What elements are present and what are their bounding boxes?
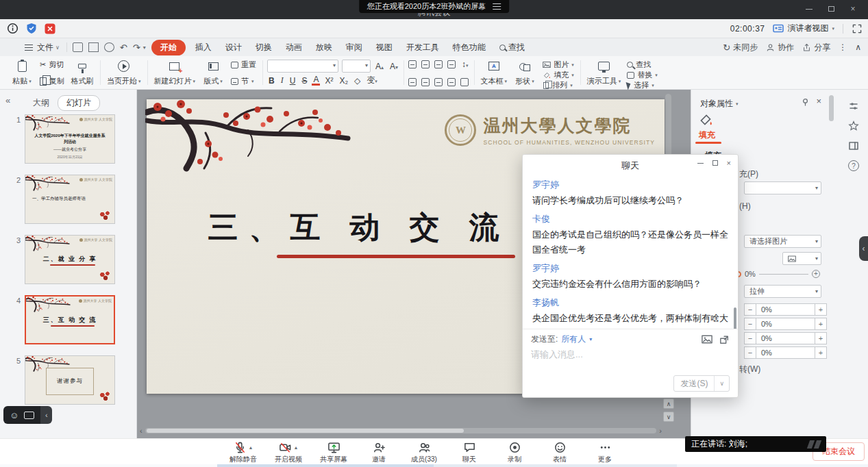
close-panel-icon[interactable]: × [816, 96, 821, 106]
tab-review[interactable]: 审阅 [339, 40, 369, 55]
scroll-right-icon[interactable]: › [659, 427, 662, 434]
fill-tab[interactable]: 填充 [699, 129, 715, 141]
shapes-button[interactable]: 形状▾ [511, 58, 538, 88]
chat-input[interactable] [531, 349, 730, 359]
plus-icon[interactable]: + [812, 270, 820, 278]
collaborate-button[interactable]: 协作 [766, 42, 794, 53]
presentation-tools-button[interactable]: 演示工具▾ [585, 58, 623, 88]
subscript-button[interactable]: X₂ [338, 76, 349, 86]
offset-spinner-3[interactable]: − 0% + [744, 332, 827, 344]
text-effect-button[interactable]: 变▾ [365, 75, 379, 86]
copy-button[interactable]: 复制 [38, 76, 66, 86]
unmute-button[interactable]: ▲ 解除静音 [225, 440, 262, 464]
offset-spinner-2[interactable]: − 0% + [744, 318, 827, 330]
tab-devtools[interactable]: 开发工具 [399, 40, 446, 55]
chat-maximize-icon[interactable] [712, 160, 718, 166]
hscroll-thumb[interactable] [147, 429, 464, 433]
slide-thumb-1[interactable]: 1 温州大学 人文学院 人文学院2020年下半年毕业就业服务系列活动 ——就业考… [11, 114, 136, 164]
slide-thumb-4-selected[interactable]: 4 温州大学 人文学院 三、互 动 交 流 [11, 295, 136, 344]
horizontal-scrollbar[interactable]: ‹ › [140, 427, 662, 435]
more-button[interactable]: 更多 [586, 440, 623, 464]
popout-chat-icon[interactable] [719, 335, 730, 344]
spinner-value[interactable]: 0% [756, 332, 815, 344]
image-preset-combo[interactable] [782, 252, 821, 265]
file-menu[interactable]: 文件∨ [33, 42, 64, 53]
selection-pane-icon[interactable] [848, 140, 859, 151]
print-icon[interactable] [88, 42, 99, 52]
chat-minimize-icon[interactable] [697, 163, 704, 164]
new-slide-button[interactable]: 新建幻灯片▾ [152, 58, 198, 88]
undo-icon[interactable]: ↶ [120, 42, 127, 53]
reset-button[interactable]: 重置 [229, 60, 258, 70]
video-options-caret-icon[interactable]: ▲ [294, 445, 299, 450]
collapse-reaction-icon[interactable]: ‹ [40, 406, 52, 424]
stop-share-icon[interactable] [45, 23, 55, 34]
cut-button[interactable]: ✂剪切 [38, 60, 66, 70]
save-icon[interactable] [73, 42, 83, 52]
redo-caret-icon[interactable]: ▾ [143, 45, 146, 51]
spinner-value[interactable]: 0% [756, 346, 815, 359]
scroll-left-icon[interactable]: ‹ [140, 427, 142, 434]
plus-button[interactable]: + [815, 346, 827, 359]
strikethrough-button[interactable]: S [300, 76, 308, 86]
panel-scrollbar-thumb[interactable] [829, 95, 834, 121]
emoji-icon[interactable]: ☺ [10, 410, 18, 420]
font-color-button[interactable]: A [312, 76, 320, 86]
security-shield-icon[interactable] [26, 23, 37, 34]
effects-pane-icon[interactable] [848, 121, 859, 131]
edge-collapse-tab[interactable]: ‹ [859, 236, 868, 261]
slide-thumb-2[interactable]: 2 温州大学 人文学院 一、学工办辅导员老师寄语 [11, 175, 136, 224]
tab-special[interactable]: 特色功能 [446, 40, 493, 55]
more-menu-icon[interactable]: ⋮ [839, 42, 847, 52]
keyboard-icon[interactable] [24, 412, 34, 419]
text-box-button[interactable]: A 文本框▾ [479, 58, 510, 88]
share-screen-button[interactable]: 共享屏幕 [315, 440, 352, 464]
redo-icon[interactable]: ↷ [133, 42, 140, 53]
plus-button[interactable]: + [815, 303, 827, 316]
paste-button[interactable]: 粘贴▾ [8, 58, 36, 88]
previous-slide-button[interactable]: ∧ [663, 399, 674, 409]
minus-button[interactable]: − [744, 332, 756, 344]
tab-view[interactable]: 视图 [369, 40, 399, 55]
tab-design[interactable]: 设计 [219, 40, 249, 55]
invite-button[interactable]: 邀请 [360, 440, 397, 464]
send-options-caret-icon[interactable]: ∨ [715, 380, 729, 387]
char-shading-icon[interactable]: ◇ [353, 76, 362, 86]
tab-slideshow[interactable]: 放映 [309, 40, 339, 55]
share-button[interactable]: 分享 [802, 42, 830, 53]
fill-button[interactable]: 填充▾ [541, 70, 576, 80]
minus-button[interactable]: − [744, 346, 756, 359]
minimize-button[interactable] [799, 1, 819, 16]
help-icon[interactable]: ? [848, 160, 859, 171]
banner-menu-icon[interactable] [493, 3, 501, 10]
tab-slides[interactable]: 幻灯片 [58, 95, 100, 111]
offset-spinner-4[interactable]: − 0% + [744, 346, 827, 359]
align-left-icon[interactable] [408, 78, 417, 86]
underline-button[interactable]: U [288, 76, 297, 86]
format-painter-button[interactable]: 格式刷 [69, 58, 96, 88]
fill-type-combo[interactable] [744, 181, 821, 194]
fill-option-fragment-2[interactable]: (H) [739, 201, 751, 211]
increase-font-button[interactable]: A▴ [374, 62, 385, 71]
transparency-slider[interactable]: 0% + [735, 270, 820, 278]
select-button[interactable]: 选择▾ [625, 80, 660, 90]
bullet-list-icon[interactable] [408, 60, 417, 68]
emoji-button[interactable]: 表情 [541, 440, 578, 464]
next-slide-button[interactable]: ∨ [663, 412, 674, 422]
replace-button[interactable]: 替换▾ [625, 70, 660, 80]
tab-animation[interactable]: 动画 [279, 40, 309, 55]
tab-outline[interactable]: 大纲 [33, 97, 49, 109]
mic-options-caret-icon[interactable]: ▲ [249, 445, 253, 450]
font-size-combo[interactable] [342, 60, 371, 73]
collapse-ribbon-icon[interactable]: ∧ [855, 42, 861, 52]
send-to-caret-icon[interactable]: ▾ [589, 336, 592, 342]
tab-home[interactable]: 开始 [151, 40, 186, 55]
decrease-font-button[interactable]: A▾ [388, 62, 399, 71]
send-image-icon[interactable] [702, 335, 712, 344]
members-button[interactable]: 成员(33) [406, 440, 443, 464]
record-button[interactable]: 录制 [496, 440, 533, 464]
font-family-combo[interactable] [267, 60, 338, 73]
slide-thumb-5[interactable]: 5 谢谢参与 [11, 355, 136, 405]
minus-button[interactable]: − [744, 318, 756, 330]
numbered-list-icon[interactable] [421, 60, 430, 68]
